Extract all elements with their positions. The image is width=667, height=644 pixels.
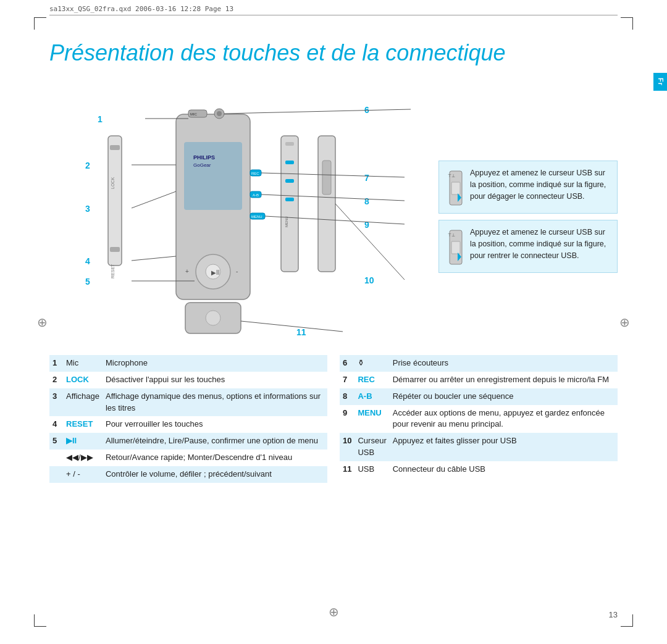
svg-text:MENU: MENU (285, 216, 288, 227)
table-right: 6 ⚱ Prise écouteurs 7 REC Démarrer ou ar… (340, 355, 618, 483)
svg-text:RESET: RESET (111, 264, 115, 278)
svg-text:A-B: A-B (253, 193, 259, 197)
row-number: 10 (340, 433, 354, 461)
row-number: 11 (340, 461, 354, 478)
svg-text:▶II: ▶II (211, 269, 220, 276)
usb-diagram-2: ⊤⊥ (447, 229, 465, 266)
table-row: 5 ▶II Allumer/éteindre, Lire/Pause, conf… (49, 433, 327, 450)
diagram-area: 1 2 3 4 5 6 7 8 9 10 11 LOCK RESET PHILI… (49, 80, 618, 352)
svg-rect-26 (285, 161, 294, 164)
row-key: Affichage (63, 388, 103, 417)
table-row: 1 Mic Microphone (49, 355, 327, 372)
row-key: + / - (63, 466, 103, 483)
row-number (49, 466, 63, 483)
center-cross-left (37, 315, 48, 330)
row-desc: Contrôler le volume, défiler ; précédent… (103, 466, 327, 483)
row-desc: Accéder aux options de menu, appuyez et … (390, 405, 618, 433)
center-cross-right (619, 315, 630, 330)
svg-text:LOCK: LOCK (111, 177, 115, 189)
corner-mark-bl (34, 614, 46, 627)
svg-text:PHILIPS: PHILIPS (193, 154, 215, 161)
svg-point-33 (206, 311, 220, 325)
device-diagram: LOCK RESET PHILIPS GoGear MIC REC A-B ME… (93, 80, 426, 346)
page-title: Présentation des touches et de la connec… (49, 40, 506, 66)
svg-rect-6 (184, 142, 242, 210)
svg-line-39 (224, 109, 411, 114)
svg-point-12 (217, 111, 222, 116)
row-key: USB (354, 461, 389, 478)
row-number (49, 450, 63, 466)
svg-text:-: - (236, 268, 238, 275)
row-desc: Microphone (103, 355, 327, 372)
row-key: REC (354, 372, 389, 388)
row-number: 1 (49, 355, 63, 372)
feature-table-section: 1 Mic Microphone 2 LOCK Désactiver l'app… (49, 355, 618, 483)
label-4: 4 (85, 256, 90, 266)
svg-line-43 (335, 204, 405, 280)
row-desc: Retour/Avance rapide; Monter/Descendre d… (103, 450, 327, 466)
label-3: 3 (85, 204, 90, 214)
table-row: 10 CurseurUSB Appuyez et faites glisser … (340, 433, 618, 461)
row-key: LOCK (63, 372, 103, 388)
table-row: 8 A-B Répéter ou boucler une séquence (340, 388, 618, 405)
row-number: 7 (340, 372, 354, 388)
table-left: 1 Mic Microphone 2 LOCK Désactiver l'app… (49, 355, 327, 483)
language-tab: Fr (653, 73, 667, 91)
table-row: 2 LOCK Désactiver l'appui sur les touche… (49, 372, 327, 388)
row-number: 3 (49, 388, 63, 417)
svg-text:MENU: MENU (251, 215, 262, 219)
usb-callouts: ⊤⊥ Appuyez et amenez le curseur USB sur … (438, 161, 618, 273)
row-key: ◀◀/▶▶ (63, 450, 103, 466)
corner-mark-tr (621, 17, 633, 30)
table-row: + / - Contrôler le volume, défiler ; pré… (49, 466, 327, 483)
row-key: CurseurUSB (354, 433, 389, 461)
row-desc: Affichage dynamique des menus, options e… (103, 388, 327, 417)
svg-line-37 (132, 256, 176, 261)
row-desc: Connecteur du câble USB (390, 461, 618, 478)
row-key: MENU (354, 405, 389, 433)
svg-text:REC: REC (251, 172, 259, 175)
row-number: 6 (340, 355, 354, 372)
svg-rect-28 (285, 198, 294, 201)
row-desc: Allumer/éteindre, Lire/Pause, confirmer … (103, 433, 327, 450)
table-row: 6 ⚱ Prise écouteurs (340, 355, 618, 372)
svg-text:MIC: MIC (190, 112, 198, 116)
table-row: 11 USB Connecteur du câble USB (340, 461, 618, 478)
label-2: 2 (85, 161, 90, 170)
svg-line-44 (241, 321, 343, 332)
table-row: ◀◀/▶▶ Retour/Avance rapide; Monter/Desce… (49, 450, 327, 466)
table-row: 3 Affichage Affichage dynamique des menu… (49, 388, 327, 417)
corner-mark-br (621, 614, 633, 627)
svg-rect-3 (110, 247, 120, 252)
svg-line-36 (132, 191, 176, 208)
center-cross-bottom (329, 604, 339, 619)
row-key: A-B (354, 388, 389, 405)
page-number: 13 (609, 610, 618, 619)
row-desc: Appuyez et faites glisser pour USB (390, 433, 618, 461)
table-row: 4 RESET Pour verrouiller les touches (49, 416, 327, 433)
svg-rect-30 (318, 136, 335, 272)
svg-rect-1 (110, 145, 120, 150)
svg-text:+: + (185, 268, 189, 275)
row-key: Mic (63, 355, 103, 372)
svg-text:GoGear: GoGear (193, 162, 211, 168)
table-row: 7 REC Démarrer ou arrêter un enregistrem… (340, 372, 618, 388)
svg-rect-31 (322, 161, 331, 194)
svg-rect-27 (285, 179, 294, 183)
svg-text:⊤⊥: ⊤⊥ (448, 233, 455, 237)
row-number: 5 (49, 433, 63, 450)
row-key: ⚱ (354, 355, 389, 372)
svg-rect-25 (285, 142, 294, 146)
row-number: 8 (340, 388, 354, 405)
row-desc: Répéter ou boucler une séquence (390, 388, 618, 405)
row-desc: Prise écouteurs (390, 355, 618, 372)
row-number: 4 (49, 416, 63, 433)
svg-rect-50 (451, 241, 460, 254)
row-number: 9 (340, 405, 354, 433)
table-row: 9 MENU Accéder aux options de menu, appu… (340, 405, 618, 433)
callout-text-1: Appuyez et amenez le curseur USB sur la … (470, 167, 610, 202)
row-key: RESET (63, 416, 103, 433)
corner-mark-tl (34, 17, 46, 30)
header-meta: sa13xx_QSG_02fra.qxd 2006-03-16 12:28 Pa… (49, 5, 618, 15)
row-desc: Désactiver l'appui sur les touches (103, 372, 327, 388)
